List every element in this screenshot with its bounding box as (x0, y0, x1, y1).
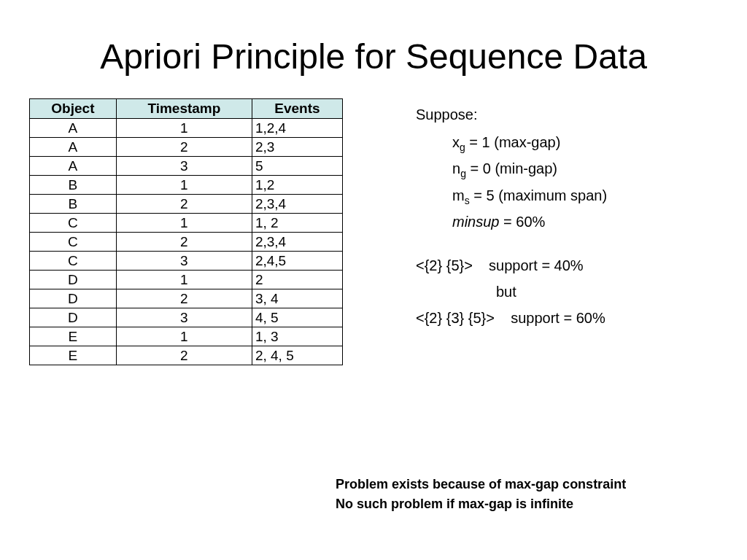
cell-object: A (30, 119, 117, 138)
col-timestamp: Timestamp (116, 99, 252, 119)
footer-line1: Problem exists because of max-gap constr… (336, 477, 626, 492)
cell-events: 5 (252, 157, 342, 176)
table-row: E22, 4, 5 (30, 346, 343, 365)
cell-events: 2 (252, 271, 342, 289)
cell-timestamp: 1 (116, 214, 252, 233)
cell-events: 1,2,4 (252, 119, 342, 138)
cell-timestamp: 1 (116, 327, 252, 346)
sequence-table: Object Timestamp Events A11,2,4 A22,3 A3… (29, 98, 343, 365)
seq1-support: support = 40% (473, 257, 584, 273)
param-minsup: minsup = 60% (452, 210, 718, 233)
slide-title: Apriori Principle for Sequence Data (0, 0, 747, 98)
slide: Apriori Principle for Sequence Data Obje… (0, 0, 747, 560)
cell-events: 2,3 (252, 138, 342, 157)
cell-timestamp: 3 (116, 252, 252, 271)
footer-line2: No such problem if max-gap is infinite (336, 497, 626, 512)
table-row: D23, 4 (30, 289, 343, 308)
but-label: but (416, 280, 718, 303)
ng-sub: g (460, 168, 466, 179)
ng-var: n (452, 160, 460, 176)
cell-timestamp: 1 (116, 271, 252, 289)
cell-timestamp: 2 (116, 233, 252, 252)
table-row: E11, 3 (30, 327, 343, 346)
minsup-rest: = 60% (499, 214, 545, 230)
footer-notes: Problem exists because of max-gap constr… (336, 477, 626, 516)
cell-object: C (30, 214, 117, 233)
cell-object: E (30, 327, 117, 346)
cell-object: C (30, 252, 117, 271)
table-row: A22,3 (30, 138, 343, 157)
cell-timestamp: 2 (116, 346, 252, 365)
ms-rest: = 5 (maximum span) (470, 187, 607, 203)
table-row: C22,3,4 (30, 233, 343, 252)
cell-object: A (30, 138, 117, 157)
seq2-pattern: <{2} {3} {5}> (416, 310, 495, 326)
table-body: A11,2,4 A22,3 A35 B11,2 B22,3,4 C11, 2 C… (30, 119, 343, 365)
cell-object: D (30, 308, 117, 327)
cell-events: 2,3,4 (252, 195, 342, 214)
xg-rest: = 1 (max-gap) (465, 134, 561, 150)
suppose-label: Suppose: (416, 103, 718, 126)
parameter-list: xg = 1 (max-gap) ng = 0 (min-gap) ms = 5… (416, 131, 718, 233)
cell-object: E (30, 346, 117, 365)
cell-object: B (30, 176, 117, 195)
cell-events: 3, 4 (252, 289, 342, 308)
seq1-pattern: <{2} {5}> (416, 257, 473, 273)
cell-timestamp: 1 (116, 119, 252, 138)
ms-var: m (452, 187, 465, 203)
cell-events: 1, 2 (252, 214, 342, 233)
table-row: A11,2,4 (30, 119, 343, 138)
content-area: Object Timestamp Events A11,2,4 A22,3 A3… (0, 98, 747, 365)
cell-object: D (30, 271, 117, 289)
param-xg: xg = 1 (max-gap) (452, 131, 718, 155)
col-object: Object (30, 99, 117, 119)
sequence-support-block: <{2} {5}> support = 40% but <{2} {3} {5}… (416, 254, 718, 330)
cell-timestamp: 2 (116, 195, 252, 214)
cell-timestamp: 2 (116, 138, 252, 157)
parameters-panel: Suppose: xg = 1 (max-gap) ng = 0 (min-ga… (350, 98, 718, 365)
cell-events: 2, 4, 5 (252, 346, 342, 365)
cell-timestamp: 3 (116, 308, 252, 327)
cell-events: 1,2 (252, 176, 342, 195)
table-header-row: Object Timestamp Events (30, 99, 343, 119)
col-events: Events (252, 99, 342, 119)
cell-events: 1, 3 (252, 327, 342, 346)
cell-events: 2,3,4 (252, 233, 342, 252)
ng-rest: = 0 (min-gap) (466, 160, 557, 176)
cell-timestamp: 3 (116, 157, 252, 176)
cell-object: D (30, 289, 117, 308)
xg-var: x (452, 134, 460, 150)
table-row: D34, 5 (30, 308, 343, 327)
cell-object: B (30, 195, 117, 214)
table-row: B22,3,4 (30, 195, 343, 214)
table-container: Object Timestamp Events A11,2,4 A22,3 A3… (29, 98, 350, 365)
xg-sub: g (460, 141, 465, 153)
seq1-line: <{2} {5}> support = 40% (416, 254, 718, 277)
table-row: C11, 2 (30, 214, 343, 233)
table-row: C32,4,5 (30, 252, 343, 271)
cell-object: C (30, 233, 117, 252)
table-row: D12 (30, 271, 343, 289)
seq2-line: <{2} {3} {5}> support = 60% (416, 306, 718, 330)
table-row: B11,2 (30, 176, 343, 195)
cell-timestamp: 1 (116, 176, 252, 195)
param-ms: ms = 5 (maximum span) (452, 184, 718, 209)
ms-sub: s (465, 195, 470, 206)
minsup-var: minsup (452, 214, 499, 230)
param-ng: ng = 0 (min-gap) (452, 157, 718, 182)
cell-events: 2,4,5 (252, 252, 342, 271)
seq2-support: support = 60% (495, 310, 605, 326)
cell-timestamp: 2 (116, 289, 252, 308)
table-row: A35 (30, 157, 343, 176)
cell-events: 4, 5 (252, 308, 342, 327)
cell-object: A (30, 157, 117, 176)
